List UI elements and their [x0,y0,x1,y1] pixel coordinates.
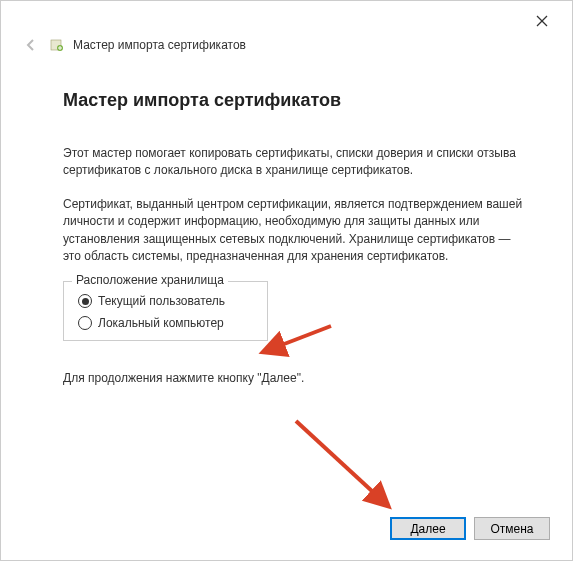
radio-label-local-computer: Локальный компьютер [98,316,224,330]
back-arrow-icon [24,38,38,52]
header-row: Мастер импорта сертификатов [1,35,572,55]
svg-line-7 [296,421,386,504]
radio-icon [78,294,92,308]
footer-buttons: Далее Отмена [390,517,550,540]
close-button[interactable] [527,6,557,36]
radio-label-current-user: Текущий пользователь [98,294,225,308]
page-heading: Мастер импорта сертификатов [63,90,524,111]
certificate-wizard-icon [49,37,65,53]
next-button[interactable]: Далее [390,517,466,540]
store-location-group: Расположение хранилища Текущий пользоват… [63,281,268,341]
continue-text: Для продолжения нажмите кнопку "Далее". [63,371,524,385]
intro-paragraph-1: Этот мастер помогает копировать сертифик… [63,145,524,180]
content-area: Мастер импорта сертификатов Этот мастер … [1,55,572,385]
intro-paragraph-2: Сертификат, выданный центром сертификаци… [63,196,524,266]
cancel-button[interactable]: Отмена [474,517,550,540]
radio-current-user[interactable]: Текущий пользователь [78,294,253,308]
store-location-legend: Расположение хранилища [72,273,228,287]
back-button[interactable] [21,35,41,55]
close-icon [536,15,548,27]
radio-icon [78,316,92,330]
radio-local-computer[interactable]: Локальный компьютер [78,316,253,330]
wizard-window: Мастер импорта сертификатов Мастер импор… [0,0,573,561]
annotation-arrow-2 [286,416,396,511]
header-title: Мастер импорта сертификатов [73,38,246,52]
